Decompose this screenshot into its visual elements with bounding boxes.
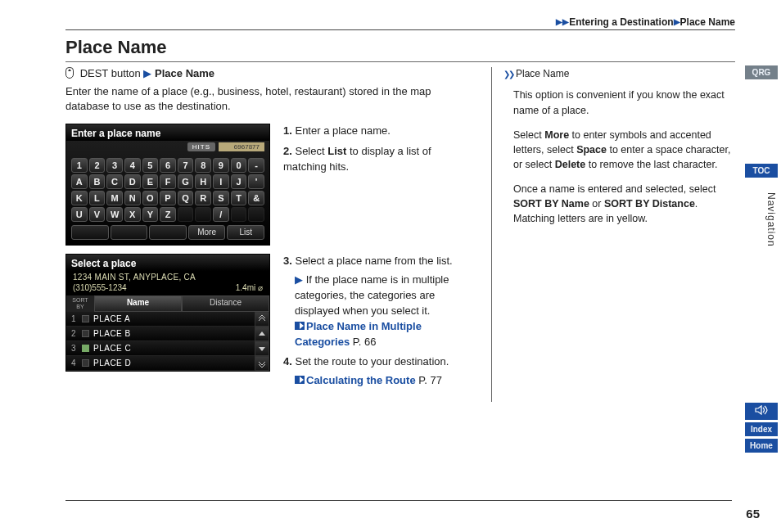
key-0[interactable]: 0 xyxy=(231,158,247,173)
key-w[interactable]: W xyxy=(106,207,123,222)
sidebar-heading: ❯❯Place Name xyxy=(503,67,735,81)
key-blank[interactable] xyxy=(178,207,194,222)
key-4[interactable]: 4 xyxy=(124,158,141,173)
screen1-title: Enter a place name xyxy=(66,124,269,141)
key-o[interactable]: O xyxy=(142,191,159,205)
list-item[interactable]: 2PLACE B xyxy=(66,327,255,341)
tab-home[interactable]: Home xyxy=(745,439,778,453)
distance-value: 1.4mi xyxy=(236,283,255,292)
list-item-label: PLACE B xyxy=(93,329,131,338)
list-index: 3 xyxy=(71,344,78,353)
list-item-label: PLACE D xyxy=(93,358,131,367)
key-s[interactable]: S xyxy=(213,191,229,205)
mouse-icon xyxy=(65,67,74,79)
key-blank[interactable] xyxy=(111,225,148,240)
breadcrumb: ▶▶Entering a Destination▶Place Name xyxy=(65,16,735,28)
key-i[interactable]: I xyxy=(213,174,229,189)
tab-voice[interactable] xyxy=(745,403,778,420)
sidebar-para-2: Select More to enter symbols and accente… xyxy=(503,128,735,172)
key-m[interactable]: M xyxy=(106,191,123,205)
key-blank[interactable] xyxy=(71,225,109,240)
key-d[interactable]: D xyxy=(124,174,141,189)
key-'[interactable]: ' xyxy=(248,174,264,189)
voice-icon xyxy=(755,405,768,415)
key-5[interactable]: 5 xyxy=(142,158,159,173)
key-n[interactable]: N xyxy=(124,191,141,205)
chevron-right-icon: ▶ xyxy=(674,17,680,26)
key-l[interactable]: L xyxy=(89,191,106,205)
key-x[interactable]: X xyxy=(124,207,141,222)
xref-icon xyxy=(295,376,305,384)
key-3[interactable]: 3 xyxy=(106,158,123,173)
list-item[interactable]: 3PLACE C xyxy=(66,341,255,356)
section-label: Navigation xyxy=(765,192,777,247)
key-&[interactable]: & xyxy=(248,191,264,205)
hits-value: 6967877 xyxy=(219,142,264,151)
key-u[interactable]: U xyxy=(71,207,88,222)
key-h[interactable]: H xyxy=(195,174,211,189)
key-z[interactable]: Z xyxy=(160,207,176,222)
address-line: 1234 MAIN ST, ANYPLACE, CA xyxy=(66,271,269,283)
key-blank[interactable] xyxy=(149,225,187,240)
key-6[interactable]: 6 xyxy=(160,158,176,173)
tab-name[interactable]: Name xyxy=(94,295,182,312)
chevron-right-icon: ▶▶ xyxy=(556,17,569,26)
key-q[interactable]: Q xyxy=(178,191,194,205)
double-chevron-icon: ❯❯ xyxy=(503,70,513,79)
step-4: 4. Set the route to your destination. Ca… xyxy=(283,354,475,389)
tab-distance[interactable]: Distance xyxy=(182,295,269,312)
tab-qrg[interactable]: QRG xyxy=(745,65,778,79)
tab-index[interactable]: Index xyxy=(745,422,778,436)
xref-multiple-categories[interactable]: Place Name in Multiple Categories P. 66 xyxy=(295,319,475,350)
place-list-screen: Select a place 1234 MAIN ST, ANYPLACE, C… xyxy=(65,254,270,372)
list-item[interactable]: 1PLACE A xyxy=(66,312,255,327)
key-p[interactable]: P xyxy=(160,191,176,205)
list-index: 1 xyxy=(71,314,78,323)
key-f[interactable]: F xyxy=(160,174,176,189)
intro-description: Enter the name of a place (e.g., busines… xyxy=(65,84,475,114)
list-button[interactable]: List xyxy=(227,225,264,240)
phone-number: (310)555-1234 xyxy=(73,283,127,292)
key-e[interactable]: E xyxy=(142,174,159,189)
sidebar-para-1: This option is convenient if you know th… xyxy=(503,88,735,117)
key-c[interactable]: C xyxy=(106,174,123,189)
key-8[interactable]: 8 xyxy=(195,158,211,173)
key-k[interactable]: K xyxy=(71,191,88,205)
key--[interactable]: - xyxy=(248,158,264,173)
key-7[interactable]: 7 xyxy=(178,158,194,173)
list-flag-icon xyxy=(82,359,89,367)
breadcrumb-b: Place Name xyxy=(680,16,735,28)
key-g[interactable]: G xyxy=(178,174,194,189)
key-blank[interactable] xyxy=(195,207,211,222)
key-v[interactable]: V xyxy=(89,207,106,222)
place-name-label: Place Name xyxy=(155,67,214,79)
scroll-down-icon[interactable] xyxy=(255,341,269,356)
key-j[interactable]: J xyxy=(231,174,247,189)
key-t[interactable]: T xyxy=(231,191,247,205)
xref-calculating-route[interactable]: Calculating the Route P. 77 xyxy=(295,373,475,389)
step-2: 2. Select List to display a list of matc… xyxy=(283,144,475,175)
key-b[interactable]: B xyxy=(89,174,106,189)
dest-button-label: DEST button xyxy=(80,67,141,79)
key-y[interactable]: Y xyxy=(142,207,159,222)
sort-by-label: SORT BY xyxy=(66,295,94,312)
page-title: Place Name xyxy=(65,37,735,58)
scroll-up-icon[interactable] xyxy=(255,327,269,341)
tab-toc[interactable]: TOC xyxy=(745,164,778,178)
list-flag-icon xyxy=(82,315,89,322)
key-blank[interactable] xyxy=(248,207,264,222)
list-item[interactable]: 4PLACE D xyxy=(66,356,255,371)
key-9[interactable]: 9 xyxy=(213,158,229,173)
more-button[interactable]: More xyxy=(188,225,226,240)
scroll-bottom-icon[interactable] xyxy=(255,356,269,371)
key-blank[interactable] xyxy=(231,207,247,222)
list-index: 4 xyxy=(71,358,78,367)
key-2[interactable]: 2 xyxy=(89,158,106,173)
key-/[interactable]: / xyxy=(213,207,229,222)
screen2-title: Select a place xyxy=(66,255,269,271)
key-1[interactable]: 1 xyxy=(71,158,88,173)
scroll-top-icon[interactable] xyxy=(255,312,269,327)
key-r[interactable]: R xyxy=(195,191,211,205)
key-a[interactable]: A xyxy=(71,174,88,189)
step-1: 1. Enter a place name. xyxy=(283,124,475,139)
